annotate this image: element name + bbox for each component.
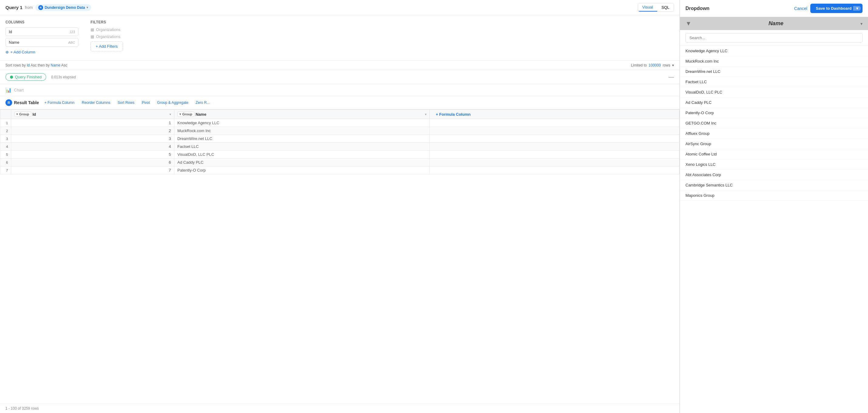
sort-rows-button[interactable]: Sort Rows (116, 99, 136, 106)
table-row: 5 5 VisualDoD, LLC PLC (0, 151, 679, 159)
filters-label: Filters (91, 20, 674, 24)
col-header-id: Id (32, 112, 36, 117)
table-header-row: ▾ Group Id ▾ ▾ Group (0, 109, 679, 119)
th-arrow-name: ▾ (425, 113, 426, 116)
filter-caret-icon[interactable]: ▾ (860, 21, 863, 26)
add-formula-column-button[interactable]: + Formula Column (42, 99, 76, 106)
add-column-label: + Add Column (10, 50, 35, 54)
filter-header: ▼ Name ▾ (680, 17, 868, 30)
filter-list-item[interactable]: DreamWire.net LLC (680, 66, 868, 77)
filter-table-1[interactable]: ▦ Organizations (91, 27, 674, 32)
group-label-name: Group (182, 113, 192, 116)
pivot-button[interactable]: Pivot (140, 99, 152, 106)
save-dashboard-button[interactable]: Save to Dashboard ▾ (810, 4, 863, 13)
filter-list-item[interactable]: GETGO.COM Inc (680, 118, 868, 128)
cell-id: 6 (11, 159, 174, 166)
cell-empty (429, 159, 679, 166)
filter-list-item[interactable]: Xeno Logics LLC (680, 159, 868, 170)
tab-visual[interactable]: Visual (638, 3, 657, 11)
cell-name: Knowledge Agency LLC (174, 119, 429, 127)
col-header-name: Name (195, 112, 206, 117)
filter-list-item[interactable]: Maponics Group (680, 190, 868, 201)
filter-list-item[interactable]: MuckRock.com Inc (680, 56, 868, 66)
save-dropdown-arrow[interactable]: ▾ (854, 6, 861, 11)
col-id-type: 123 (69, 30, 75, 34)
table-row: 2 2 MuckRock.com Inc (0, 127, 679, 135)
db-badge[interactable]: R Dundersign Demo Data ▾ (35, 4, 91, 11)
limit-number[interactable]: 100000 (649, 63, 661, 67)
table-row: 7 7 Patently-O Corp (0, 166, 679, 174)
row-number: 1 (0, 119, 11, 127)
th-add-formula[interactable]: + Formula Column (429, 109, 679, 119)
cell-id: 4 (11, 143, 174, 151)
th-id[interactable]: ▾ Group Id ▾ (11, 109, 174, 119)
reorder-columns-button[interactable]: Reorder Columns (80, 99, 112, 106)
save-dashboard-label: Save to Dashboard (816, 6, 851, 11)
filter-list: Knowledge Agency LLCMuckRock.com IncDrea… (680, 46, 868, 413)
cell-id: 5 (11, 151, 174, 159)
status-dot (10, 75, 13, 78)
cell-name: Patently-O Corp (174, 166, 429, 174)
column-id[interactable]: Id 123 (5, 27, 79, 36)
right-panel: Dropdown Cancel Save to Dashboard ▾ ▼ Na… (680, 0, 868, 413)
filter-search-input[interactable] (685, 33, 863, 42)
app-container: Query 1 from R Dundersign Demo Data ▾ Vi… (0, 0, 868, 413)
chevron-down-icon-id: ▾ (17, 113, 18, 116)
cell-empty (429, 135, 679, 143)
add-filters-button[interactable]: + Add Filters (91, 41, 123, 51)
col-id-name: Id (9, 29, 12, 34)
group-badge-name[interactable]: ▾ Group (177, 112, 194, 117)
add-column-button[interactable]: ⊕ + Add Column (5, 49, 79, 56)
filter-list-item[interactable]: VisualDoD, LLC PLC (680, 87, 868, 97)
filter-table-2[interactable]: ▦ Organizations (91, 34, 674, 39)
column-name[interactable]: Name ABC (5, 38, 79, 47)
table-icon-2: ▦ (91, 34, 94, 39)
filter-list-item[interactable]: Factset LLC (680, 77, 868, 87)
db-icon: R (38, 5, 43, 10)
dropdown-title: Dropdown (685, 6, 710, 11)
filter-list-item[interactable]: Ad Caddy PLC (680, 97, 868, 108)
table-icon-1: ▦ (91, 27, 94, 32)
row-number: 5 (0, 151, 11, 159)
filter-list-item[interactable]: Atomic Coffee Ltd (680, 149, 868, 159)
columns-label: Columns (5, 20, 79, 24)
sort-row: Sort rows by Id Asc then by Name Asc Lim… (0, 61, 679, 70)
cell-empty (429, 166, 679, 174)
result-table-label: Result Table (14, 100, 39, 105)
group-aggregate-button[interactable]: Group & Aggregate (155, 99, 190, 106)
query-status: Query Finished 0.013s elapsed — (0, 70, 679, 84)
query-builder: Columns Id 123 Name ABC ⊕ + Add Column F… (0, 15, 679, 61)
col-name-label: Name (9, 40, 20, 45)
cell-id: 1 (11, 119, 174, 127)
cancel-button[interactable]: Cancel (794, 6, 808, 11)
group-label-id: Group (19, 113, 29, 116)
filter-list-item[interactable]: Affluex Group (680, 128, 868, 139)
zero-r-button[interactable]: Zero R... (194, 99, 212, 106)
data-table: ▾ Group Id ▾ ▾ Group (0, 109, 679, 174)
th-name[interactable]: ▾ Group Name ▾ (174, 109, 429, 119)
tab-sql[interactable]: SQL (657, 3, 674, 11)
sort-then: then by (38, 63, 50, 67)
filter-list-item[interactable]: Abt Associates Corp (680, 170, 868, 180)
add-formula-th-btn[interactable]: + Formula Column (430, 110, 679, 119)
chevron-down-icon[interactable]: ▾ (672, 63, 674, 67)
table-footer: 1 - 100 of 3259 rows (0, 404, 679, 413)
query-name: Query 1 (5, 5, 23, 10)
filter-list-item[interactable]: Patently-O Corp (680, 108, 868, 118)
cell-id: 7 (11, 166, 174, 174)
group-badge-id[interactable]: ▾ Group (14, 112, 31, 117)
cell-empty (429, 119, 679, 127)
chevron-down-icon: ▾ (87, 6, 88, 9)
chart-section[interactable]: 📊 Chart (0, 84, 679, 96)
filter-list-item[interactable]: AirSync Group (680, 139, 868, 149)
result-table-header: R Result Table + Formula Column Reorder … (0, 96, 679, 109)
filter-table-name-1: Organizations (96, 27, 120, 32)
row-number: 6 (0, 159, 11, 166)
filter-list-item[interactable]: Knowledge Agency LLC (680, 46, 868, 56)
collapse-button[interactable]: — (669, 74, 674, 80)
right-panel-header: Dropdown Cancel Save to Dashboard ▾ (680, 0, 868, 17)
query-title: Query 1 from R Dundersign Demo Data ▾ (5, 4, 91, 11)
filter-list-item[interactable]: Cambridge Semantics LLC (680, 180, 868, 190)
row-number: 7 (0, 166, 11, 174)
from-text: from (25, 5, 33, 10)
